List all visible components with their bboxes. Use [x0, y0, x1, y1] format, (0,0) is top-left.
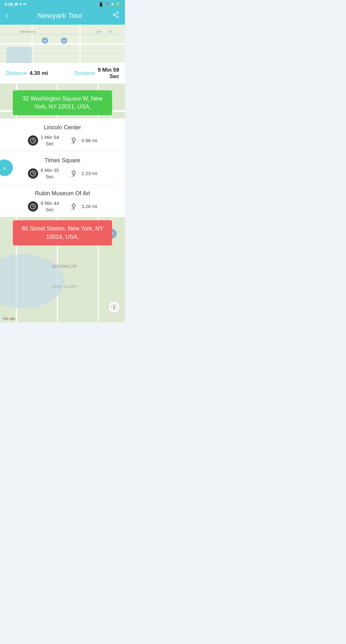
- status-left: 5:28 ✉ P ✄: [4, 2, 26, 7]
- map-bottom-area: Google: [0, 252, 125, 322]
- svg-rect-18: [6, 47, 32, 63]
- start-address-container: 32 Washington Square W, New York, NY 100…: [0, 84, 125, 115]
- share-button[interactable]: [112, 11, 119, 20]
- distance-label: Distance: [6, 70, 27, 76]
- distance-pin-icon: [69, 201, 79, 212]
- distance-value: 4.30 mi: [29, 70, 48, 76]
- svg-line-51: [33, 206, 34, 207]
- waypoint-name: Times Square: [8, 157, 117, 164]
- svg-text:87: 87: [109, 30, 112, 33]
- waypoint-duration: 6 Min 35Sec: [41, 167, 59, 180]
- waypoint-stats: 6 Min 35Sec 2.23 mi: [8, 167, 117, 180]
- svg-point-2: [117, 16, 119, 18]
- wp-duration-stat: 8 Min 44Sec: [28, 200, 59, 213]
- fax-icon: ✄: [23, 2, 26, 6]
- waypoint-stats: 1 Min 54Sec 0.86 mi: [8, 134, 117, 147]
- svg-point-55: [71, 209, 74, 210]
- svg-text:480 Express: 480 Express: [19, 30, 36, 33]
- svg-point-45: [72, 171, 75, 174]
- svg-line-37: [33, 141, 34, 141]
- waypoint-item: Times Square 6 Min 35Sec: [0, 151, 125, 184]
- start-address: 32 Washington Square W, New York, NY 100…: [13, 90, 112, 115]
- distance-pin-icon: [69, 168, 79, 179]
- wp-distance-stat: 3.26 mi: [69, 201, 97, 212]
- waypoint-name: Rubin Museum Of Art: [8, 190, 117, 197]
- clock-icon: [28, 135, 38, 146]
- page: 5:28 ✉ P ✄ 📳 📍 ▾ 🔋 ‹ Newyark Tour: [0, 0, 125, 322]
- clock-icon: [28, 168, 38, 179]
- waypoints-wrapper: › Lincoln Center: [0, 118, 125, 217]
- waypoint-item: Rubin Museum Of Art 8 Min 44Sec: [0, 184, 125, 217]
- content-map-area: 27 BROOKLYN PARK SLOPE 32 Washington Squ…: [0, 84, 125, 322]
- svg-text:95: 95: [43, 39, 46, 43]
- compass-button[interactable]: [108, 301, 120, 313]
- wp-duration-stat: 1 Min 54Sec: [28, 134, 59, 147]
- wp-distance-stat: 0.86 mi: [69, 135, 97, 146]
- waypoint-item: Lincoln Center 1 Min 54Sec: [0, 118, 125, 151]
- waypoint-distance: 0.86 mi: [81, 137, 97, 144]
- back-button[interactable]: ‹: [6, 12, 8, 20]
- svg-point-41: [71, 143, 74, 144]
- status-right: 📳 📍 ▾ 🔋: [98, 2, 120, 7]
- end-address-container: 86 Street Station, New York, NY 10024, U…: [0, 220, 125, 252]
- clock-icon: [28, 201, 38, 212]
- waypoint-distance: 2.23 mi: [81, 170, 97, 177]
- parking-icon: P: [20, 3, 22, 6]
- svg-point-48: [71, 176, 74, 177]
- waypoint-duration: 8 Min 44Sec: [41, 200, 59, 213]
- svg-line-44: [33, 173, 34, 174]
- svg-text:Low: Low: [96, 30, 102, 33]
- svg-point-38: [72, 138, 75, 141]
- wifi-icon: ▾: [111, 2, 114, 7]
- svg-marker-57: [113, 304, 115, 307]
- map-header: 95 93 480 Express Low 87: [0, 25, 125, 63]
- svg-point-52: [72, 204, 75, 207]
- mail-icon: ✉: [14, 2, 18, 7]
- time-display: 5:28: [4, 2, 13, 7]
- page-title: Newyark Tour: [38, 12, 83, 20]
- toolbar: ‹ Newyark Tour: [0, 8, 125, 25]
- distance-pin-icon: [69, 135, 79, 146]
- battery-icon: 🔋: [115, 2, 120, 7]
- end-address: 86 Street Station, New York, NY 10024, U…: [13, 220, 112, 245]
- google-logo: Google: [3, 317, 15, 320]
- wp-distance-stat: 2.23 mi: [69, 168, 97, 179]
- location-icon: 📍: [105, 2, 110, 7]
- stats-row: Distance 4.30 mi Duration 9 Min 59Sec: [0, 63, 125, 84]
- waypoint-stats: 8 Min 44Sec 3.26 mi: [8, 200, 117, 213]
- svg-point-0: [117, 12, 119, 14]
- vibrate-icon: 📳: [98, 2, 103, 7]
- waypoint-distance: 3.26 mi: [81, 203, 97, 210]
- duration-label: Duration: [75, 70, 95, 76]
- duration-value: 9 Min 59Sec: [98, 67, 119, 80]
- waypoint-name: Lincoln Center: [8, 124, 117, 131]
- wp-duration-stat: 6 Min 35Sec: [28, 167, 59, 180]
- svg-point-1: [113, 14, 115, 16]
- svg-text:93: 93: [62, 39, 66, 43]
- svg-marker-58: [113, 307, 115, 310]
- status-bar: 5:28 ✉ P ✄ 📳 📍 ▾ 🔋: [0, 0, 125, 8]
- waypoint-duration: 1 Min 54Sec: [41, 134, 59, 147]
- svg-line-3: [115, 15, 117, 16]
- svg-line-4: [115, 13, 117, 14]
- waypoints-card: › Lincoln Center: [0, 118, 125, 217]
